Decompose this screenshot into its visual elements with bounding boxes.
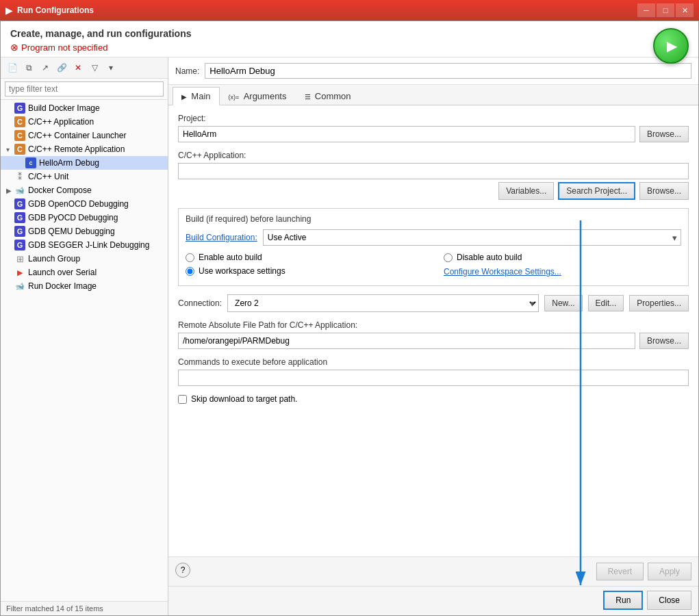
project-browse-button[interactable]: Browse... xyxy=(639,126,689,142)
commands-group: Commands to execute before application xyxy=(178,357,689,386)
delete-button[interactable]: ✕ xyxy=(71,60,86,75)
configure-workspace-link[interactable]: Configure Workspace Settings... xyxy=(444,267,561,277)
tab-common[interactable]: ☰ Common xyxy=(296,87,360,105)
tree-item-build-docker-image[interactable]: G Build Docker Image xyxy=(1,101,168,115)
project-label: Project: xyxy=(178,114,689,123)
remote-path-input[interactable] xyxy=(178,333,635,349)
tree-item-launch-group[interactable]: ⊞ Launch Group xyxy=(1,252,168,266)
variables-button[interactable]: Variables... xyxy=(498,182,554,200)
filter-input[interactable] xyxy=(5,81,164,97)
tree-item-cpp-remote-application[interactable]: ▾ C C/C++ Remote Application xyxy=(1,142,168,156)
app-buttons: Variables... Search Project... Browse... xyxy=(178,182,689,200)
run-circle-button[interactable] xyxy=(653,28,689,64)
export-button[interactable]: ↗ xyxy=(38,60,53,75)
window-header: Create, manage, and run configurations ⊗… xyxy=(1,21,698,57)
tree-item-cpp-application[interactable]: C C/C++ Application xyxy=(1,115,168,129)
skip-download-row: Skip download to target path. xyxy=(178,394,689,404)
build-config-row: Build Configuration: Use Active xyxy=(186,229,681,246)
workspace-settings-row: Use workspace settings xyxy=(186,266,423,276)
cpp-container-icon: C xyxy=(14,130,25,141)
build-config-select[interactable]: Use Active xyxy=(263,229,681,246)
tree-item-gdb-qemu[interactable]: G GDB QEMU Debugging xyxy=(1,224,168,238)
common-tab-icon: ☰ xyxy=(305,93,311,101)
skip-download-label: Skip download to target path. xyxy=(191,394,297,404)
launch-serial-icon: ▶ xyxy=(14,267,25,278)
workspace-settings-label: Use workspace settings xyxy=(199,266,285,276)
close-dialog-button[interactable]: Close xyxy=(647,591,691,610)
link-button[interactable]: 🔗 xyxy=(54,60,69,75)
new-config-button[interactable]: 📄 xyxy=(5,60,20,75)
tree-item-gdb-openocd[interactable]: G GDB OpenOCD Debugging xyxy=(1,197,168,211)
remote-path-row: Browse... xyxy=(178,333,689,349)
disable-auto-build-radio[interactable] xyxy=(444,253,453,262)
tree-item-launch-over-serial[interactable]: ▶ Launch over Serial xyxy=(1,266,168,279)
project-row: Browse... xyxy=(178,126,689,142)
build-docker-icon: G xyxy=(14,103,25,114)
app-browse-button[interactable]: Browse... xyxy=(639,182,689,200)
connection-select-wrap: Zero 2 xyxy=(227,294,539,312)
tree-item-helloarm-debug[interactable]: c HelloArm Debug xyxy=(1,156,168,170)
tree-item-gdb-pyocd[interactable]: G GDB PyOCD Debugging xyxy=(1,211,168,224)
maximize-button[interactable]: □ xyxy=(657,3,674,17)
remote-path-browse-button[interactable]: Browse... xyxy=(639,333,689,349)
tab-main[interactable]: ▶ Main xyxy=(173,87,220,105)
toolbar: 📄 ⧉ ↗ 🔗 ✕ ▽ ▾ xyxy=(1,57,168,79)
app-label: C/C++ Application: xyxy=(178,151,689,160)
remote-path-group: Remote Absolute File Path for C/C++ Appl… xyxy=(178,320,689,349)
properties-button[interactable]: Properties... xyxy=(629,295,689,311)
name-row: Name: xyxy=(168,57,698,85)
auto-build-row: Enable auto build Use workspace settings xyxy=(186,253,681,280)
tree-item-gdb-segger[interactable]: G GDB SEGGER J-Link Debugging xyxy=(1,238,168,252)
use-workspace-radio[interactable] xyxy=(186,267,194,276)
window-controls: ─ □ ✕ xyxy=(637,3,694,17)
gdb-qemu-icon: G xyxy=(14,226,25,237)
title-bar: ▶ Run Configurations ─ □ ✕ xyxy=(0,0,699,21)
commands-input[interactable] xyxy=(178,370,689,386)
run-close-bar: Run Close xyxy=(168,586,698,615)
tree-item-docker-compose[interactable]: ▶ 🐋 Docker Compose xyxy=(1,183,168,197)
duplicate-button[interactable]: ⧉ xyxy=(21,60,36,75)
tab-arguments[interactable]: (x)= Arguments xyxy=(220,87,296,105)
app-input[interactable] xyxy=(178,163,689,179)
minimize-button[interactable]: ─ xyxy=(637,3,655,17)
dropdown-button[interactable]: ▾ xyxy=(103,60,118,75)
disable-auto-build-row: Disable auto build xyxy=(444,253,681,262)
tree-list: G Build Docker Image C C/C++ Application… xyxy=(1,100,168,601)
run-button-container xyxy=(653,28,689,64)
content-area: 📄 ⧉ ↗ 🔗 ✕ ▽ ▾ G Build Docker Image xyxy=(1,57,698,615)
disable-auto-build-label: Disable auto build xyxy=(457,253,522,262)
enable-auto-build-radio[interactable] xyxy=(186,253,194,262)
build-config-select-wrap: Use Active xyxy=(263,229,681,246)
help-button[interactable]: ? xyxy=(175,563,190,578)
project-group: Project: Browse... xyxy=(178,114,689,142)
enable-auto-build-row: Enable auto build xyxy=(186,253,423,262)
close-button[interactable]: ✕ xyxy=(676,3,694,17)
new-connection-button[interactable]: New... xyxy=(544,295,582,311)
skip-download-checkbox[interactable] xyxy=(178,395,187,404)
filter-button[interactable]: ▽ xyxy=(87,60,102,75)
revert-button[interactable]: Revert xyxy=(596,563,644,580)
enable-auto-build-label: Enable auto build xyxy=(199,253,262,262)
filter-status: Filter matched 14 of 15 items xyxy=(1,601,168,615)
tree-item-cpp-container-launcher[interactable]: C C/C++ Container Launcher xyxy=(1,129,168,142)
tree-item-run-docker-image[interactable]: 🐋 Run Docker Image xyxy=(1,279,168,293)
build-section: Build (if required) before launching Bui… xyxy=(178,208,689,286)
main-tab-icon: ▶ xyxy=(181,93,187,101)
docker-compose-icon: 🐋 xyxy=(14,185,25,196)
gdb-openocd-icon: G xyxy=(14,198,25,209)
arguments-tab-icon: (x)= xyxy=(229,94,240,101)
search-project-button[interactable]: Search Project... xyxy=(558,182,635,200)
app-icon: ▶ xyxy=(5,5,13,16)
project-input[interactable] xyxy=(178,126,635,142)
main-window: Create, manage, and run configurations ⊗… xyxy=(0,21,699,616)
error-text: Program not specified xyxy=(21,42,107,53)
run-button[interactable]: Run xyxy=(603,591,643,610)
build-group: Build (if required) before launching Bui… xyxy=(178,208,689,286)
connection-select[interactable]: Zero 2 xyxy=(227,294,539,312)
tree-item-cpp-unit[interactable]: ⁑ C/C++ Unit xyxy=(1,170,168,183)
build-config-link[interactable]: Build Configuration: xyxy=(186,233,257,242)
name-input[interactable] xyxy=(205,63,691,79)
apply-button[interactable]: Apply xyxy=(648,563,691,580)
edit-connection-button[interactable]: Edit... xyxy=(588,295,624,311)
launch-group-icon: ⊞ xyxy=(14,253,25,264)
